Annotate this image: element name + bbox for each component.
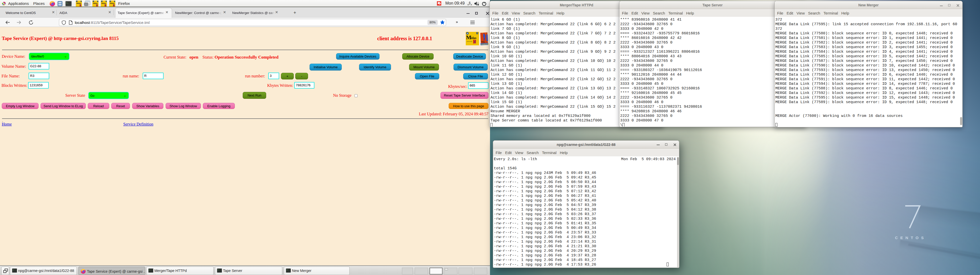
svg-text:M: M [466, 34, 471, 41]
svg-text:>-: >- [13, 269, 14, 271]
svg-text:?: ? [469, 2, 471, 6]
svg-text:>-: >- [218, 269, 220, 271]
svg-text:Midas: Midas [93, 2, 98, 4]
svg-text:>-: >- [149, 269, 151, 271]
svg-text:TCL: TCL [481, 41, 485, 43]
svg-text:MIDAS: MIDAS [473, 43, 476, 44]
svg-text:Midas: Midas [110, 2, 115, 4]
svg-text:>_: >_ [66, 2, 68, 4]
svg-text:idas: idas [471, 36, 476, 40]
svg-text:powered by: powered by [467, 41, 472, 42]
svg-text:>-: >- [286, 269, 288, 271]
svg-text:Midas: Midas [76, 2, 81, 4]
svg-text:Midas: Midas [101, 2, 106, 4]
